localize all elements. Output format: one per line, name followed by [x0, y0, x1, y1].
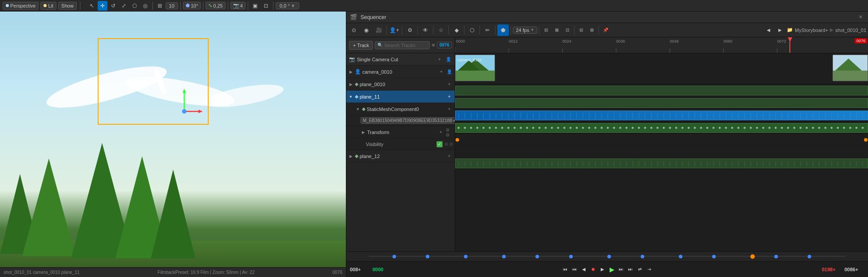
track-row-camera0010[interactable]: ▶ 👤 camera_0010 + 👤 [346, 66, 455, 78]
transport-loop[interactable]: ⇄ [635, 265, 644, 274]
rotate-tool-icon[interactable]: ↺ [108, 1, 118, 11]
transport-options[interactable]: ⇥ [645, 265, 654, 274]
transform-tool-icon[interactable]: ⬡ [130, 1, 139, 11]
vis-row[interactable]: Visibility ✓ ⊙ ⊙ [346, 138, 455, 150]
kf5[interactable] [535, 255, 539, 258]
filter-icon[interactable]: ≡ [432, 42, 435, 48]
tl-track-transform[interactable] [455, 134, 868, 146]
seq-nav-split[interactable]: ⊠ [552, 25, 562, 35]
show-button[interactable]: Show [58, 2, 77, 10]
kf8[interactable] [641, 255, 644, 258]
scale-tool-icon[interactable]: ⤢ [119, 1, 129, 11]
camera-cut-row[interactable]: 📷 Single Camera Cut + 👤 [346, 53, 455, 66]
seq-tool-5[interactable]: ⚙ [404, 24, 416, 36]
seq-tool-2[interactable]: ◉ [361, 24, 372, 36]
expand-staticmesh-icon[interactable]: ▼ [355, 107, 361, 112]
camera0010-add-btn[interactable]: + [438, 68, 445, 75]
seq-nav-pin[interactable]: 📌 [601, 25, 610, 35]
kf9[interactable] [679, 255, 682, 258]
expand-transform-icon[interactable]: ▶ [361, 130, 366, 135]
seq-tool-6[interactable]: 👁 [420, 24, 431, 36]
timeline-ruler[interactable]: 0000 0012 0024 0036 0048 0060 0072 0076 [455, 37, 868, 53]
kf7[interactable] [607, 255, 611, 258]
transport-next-key[interactable]: ⏭ [617, 265, 626, 274]
grid-size[interactable]: 10 [166, 2, 178, 9]
plane0010-add-btn[interactable]: + [446, 81, 453, 88]
search-tracks-field[interactable]: 🔍 Search Tracks [375, 41, 430, 49]
plane11-add-btn[interactable]: + [446, 93, 453, 100]
camera-btn[interactable]: 📷 4 [230, 2, 246, 9]
tl-track-plane11[interactable] [455, 109, 868, 122]
seq-forward-btn[interactable]: ▶ [775, 25, 785, 35]
seq-tool-key[interactable]: ⬟ [497, 24, 509, 36]
transport-record[interactable]: ⏺ [589, 265, 598, 274]
seq-tool-4[interactable]: 👤+ [388, 24, 400, 36]
grid-icon[interactable]: ⊞ [155, 1, 165, 11]
tl-track-staticmesh[interactable] [455, 122, 868, 134]
camera-cut-add-btn[interactable]: + [436, 56, 443, 63]
camera0010-settings-btn[interactable]: 👤 [446, 68, 453, 75]
transport-prev-key[interactable]: ⏮ [570, 265, 579, 274]
seq-close-button[interactable]: ✕ [856, 13, 864, 21]
frame-current-label[interactable]: 0000 [373, 267, 392, 272]
tl-track-plane0010[interactable] [455, 97, 868, 109]
expand-camera0010-icon[interactable]: ▶ [348, 69, 353, 75]
move-tool-icon[interactable]: ✛ [98, 1, 107, 11]
snap-value[interactable]: ⤡ 0,25 [206, 2, 225, 9]
kf4[interactable] [502, 255, 506, 258]
maximize-icon[interactable]: ⊡ [261, 1, 271, 11]
expand-plane11-icon[interactable]: ▼ [348, 94, 353, 99]
seq-back-btn[interactable]: ◀ [764, 25, 773, 35]
tl-track-camera0010[interactable]: /* ticks rendered via loop */ [455, 84, 868, 97]
track-row-plane12[interactable]: ▶ ◆ plane_12 + [346, 150, 455, 162]
tl-track-plane12[interactable] [455, 157, 868, 170]
viewport-canvas[interactable] [0, 12, 346, 267]
plane12-add-btn[interactable]: + [446, 153, 453, 160]
pivot-tool-icon[interactable]: ◎ [140, 1, 150, 11]
transport-step-fwd[interactable]: ▶ [598, 265, 607, 274]
kf11[interactable] [774, 255, 778, 258]
lit-button[interactable]: Lit [40, 2, 56, 10]
track-row-plane11[interactable]: ▼ ◆ plane_11 + [346, 91, 455, 103]
transport-to-start[interactable]: ⏮ [561, 265, 570, 274]
kf12[interactable] [808, 255, 811, 258]
seq-tool-9[interactable]: ⬡ [466, 24, 478, 36]
expand-plane0010-icon[interactable]: ▶ [348, 82, 353, 87]
material-select[interactable]: M_EB3801504949B7D90908EE9D3533218B ▼ [361, 117, 455, 124]
kf1[interactable] [392, 255, 396, 258]
track-row-plane0010[interactable]: ▶ ◆ plane_0010 + [346, 78, 455, 91]
kf3[interactable] [464, 255, 468, 258]
seq-nav-fit[interactable]: ⊞ [587, 25, 597, 35]
tl-camera-cut-track[interactable]: camera_0110 [455, 53, 868, 84]
kf-playhead[interactable] [750, 254, 755, 259]
transport-step-back[interactable]: ◀ [579, 265, 588, 274]
seq-tool-10[interactable]: ✏ [482, 24, 493, 36]
camera-cut-cam-btn[interactable]: 👤 [445, 56, 452, 63]
vis-checkbox[interactable]: ✓ [436, 141, 443, 147]
seq-nav-resize[interactable]: ⊟ [541, 25, 551, 35]
expand-plane12-icon[interactable]: ▶ [348, 154, 353, 159]
kf6[interactable] [569, 255, 573, 258]
bt-scrubber[interactable] [346, 252, 868, 261]
transport-play[interactable]: ▶ [607, 265, 616, 274]
transform-add-btn[interactable]: + [437, 129, 444, 136]
seq-tool-7[interactable]: ☆ [435, 24, 447, 36]
snap-angle[interactable]: ⬟ 10° [183, 2, 201, 9]
perspective-button[interactable]: Perspective [3, 2, 39, 10]
staticmesh-add-btn[interactable]: + [446, 106, 453, 113]
seq-tool-8[interactable]: ◆ [451, 24, 462, 36]
kf10[interactable] [712, 255, 716, 258]
fps-selector[interactable]: 24 fps ▼ [513, 27, 537, 34]
seq-tool-1[interactable]: ⊙ [348, 24, 360, 36]
track-row-staticmesh[interactable]: ▼ ◆ StaticMeshComponent0 + [346, 103, 455, 115]
transform-key-btn[interactable]: ⊙ ⊙ [446, 129, 453, 136]
select-tool-icon[interactable]: ↖ [87, 1, 97, 11]
vis-key-dots[interactable]: ⊙ ⊙ [444, 142, 453, 146]
overlay-icon[interactable]: ▣ [250, 1, 260, 11]
seq-tool-3[interactable]: 🎥 [373, 24, 384, 36]
tl-track-visibility[interactable] [455, 146, 868, 157]
seq-nav-zoom[interactable]: ⊟ [576, 25, 586, 35]
seq-nav-merge[interactable]: ⊡ [563, 25, 572, 35]
transport-to-end[interactable]: ⏭ [626, 265, 635, 274]
add-track-button[interactable]: + Track [349, 41, 373, 50]
